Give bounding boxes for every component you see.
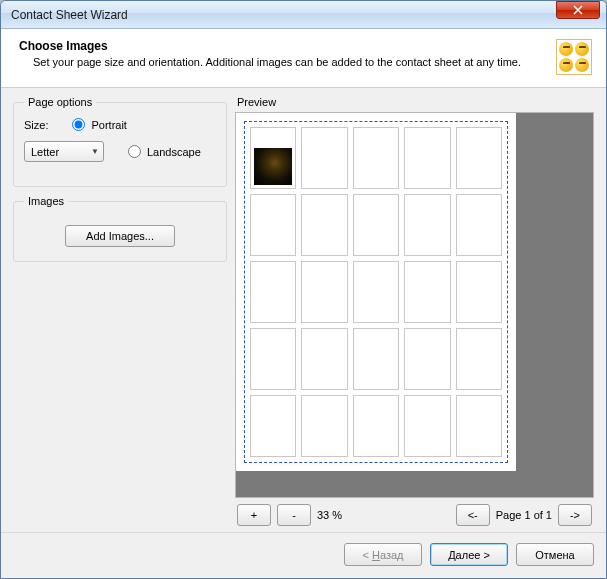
add-images-button[interactable]: Add Images... [65,225,175,247]
images-group: Images Add Images... [13,195,227,262]
close-button[interactable] [556,1,600,19]
zoom-level: 33 % [317,509,342,521]
thumbnail-cell[interactable] [301,395,347,457]
size-label: Size: [24,119,48,131]
prev-page-button[interactable]: <- [456,504,490,526]
chevron-down-icon: ▼ [91,147,99,156]
thumbnail-cell[interactable] [353,127,399,189]
wizard-icon [556,39,592,75]
zoom-out-button[interactable]: - [277,504,311,526]
thumbnail-cell[interactable] [250,261,296,323]
orientation-landscape[interactable]: Landscape [128,145,201,158]
preview-controls: + - 33 % <- Page 1 of 1 -> [235,498,594,528]
preview-page [236,113,516,471]
thumbnail-cell[interactable] [250,127,296,189]
thumbnail-cell[interactable] [353,395,399,457]
emoji-icon [575,58,589,72]
portrait-radio[interactable] [72,118,85,131]
thumbnail-grid [250,127,502,457]
page-options-legend: Page options [24,96,96,108]
wizard-window: Contact Sheet Wizard Choose Images Set y… [0,0,607,579]
portrait-label: Portrait [91,119,126,131]
page-status: Page 1 of 1 [496,509,552,521]
size-value: Letter [31,146,59,158]
thumbnail-cell[interactable] [404,328,450,390]
thumbnail-cell[interactable] [353,261,399,323]
thumbnail-cell[interactable] [456,261,502,323]
thumbnail-cell[interactable] [456,328,502,390]
emoji-icon [559,42,573,56]
landscape-label: Landscape [147,146,201,158]
thumbnail-cell[interactable] [404,194,450,256]
zoom-in-button[interactable]: + [237,504,271,526]
wizard-body: Page options Size: Portrait Letter ▼ [1,88,606,532]
preview-label: Preview [237,96,594,108]
thumbnail-cell[interactable] [456,395,502,457]
thumbnail-cell[interactable] [353,328,399,390]
thumbnail-cell[interactable] [301,328,347,390]
thumbnail-cell[interactable] [250,194,296,256]
wizard-footer: < Назад Далее > Отмена [1,532,606,578]
orientation-portrait[interactable]: Portrait [72,118,126,131]
thumbnail-cell[interactable] [353,194,399,256]
thumbnail-cell[interactable] [301,194,347,256]
images-legend: Images [24,195,68,207]
back-label: < Назад [362,549,403,561]
page-margin-guide [244,121,508,463]
close-icon [573,5,583,15]
size-select[interactable]: Letter ▼ [24,141,104,162]
header-text: Choose Images Set your page size and ori… [19,39,556,69]
left-column: Page options Size: Portrait Letter ▼ [13,96,227,528]
next-button[interactable]: Далее > [430,543,508,566]
thumbnail-cell[interactable] [301,261,347,323]
next-label: Далее > [448,549,490,561]
thumbnail-cell[interactable] [456,127,502,189]
next-page-button[interactable]: -> [558,504,592,526]
header-title: Choose Images [19,39,556,53]
emoji-icon [559,58,573,72]
thumbnail-cell[interactable] [404,395,450,457]
thumbnail-cell[interactable] [456,194,502,256]
thumbnail-cell[interactable] [250,328,296,390]
thumbnail-cell[interactable] [404,261,450,323]
preview-area [235,112,594,498]
emoji-icon [575,42,589,56]
window-title: Contact Sheet Wizard [11,8,602,22]
page-options-group: Page options Size: Portrait Letter ▼ [13,96,227,187]
thumbnail-cell[interactable] [301,127,347,189]
back-button[interactable]: < Назад [344,543,422,566]
landscape-radio[interactable] [128,145,141,158]
cancel-button[interactable]: Отмена [516,543,594,566]
header-subtitle: Set your page size and orientation. Addi… [19,55,556,69]
right-column: Preview + - 33 % <- Page 1 of 1 -> [235,96,594,528]
thumbnail-cell[interactable] [250,395,296,457]
wizard-header: Choose Images Set your page size and ori… [1,29,606,88]
thumbnail-image [254,148,292,185]
thumbnail-cell[interactable] [404,127,450,189]
titlebar: Contact Sheet Wizard [1,1,606,29]
